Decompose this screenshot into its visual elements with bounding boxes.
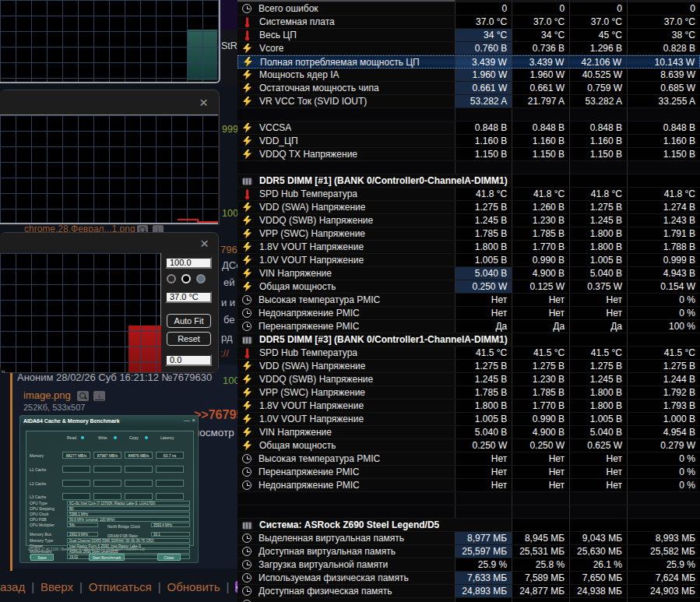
sensor-label: VPP (SWC) Напряжение (259, 228, 365, 239)
screenshot-stage: StRo 999 100 796 ДСе ей и и бе рд :// 10… (0, 0, 700, 602)
memory-dimm-icon (242, 178, 252, 185)
sensor-row[interactable]: VR VCC Ток (SVID IOUT)53.282 A21.797 A53… (237, 95, 700, 108)
voltage-power-icon (243, 57, 253, 67)
sensor-label: 1.0V VOUT Напряжение (259, 255, 364, 266)
download-icon[interactable]: ↓ (93, 391, 105, 401)
close-icon[interactable]: × (200, 238, 209, 249)
scale-min-input[interactable] (165, 354, 212, 366)
bg-link-fragment: :// (220, 347, 229, 359)
sensor-value: 3.439 W (455, 56, 512, 68)
sensor-row[interactable]: Доступная физическая память24,893 МБ24,8… (237, 585, 700, 598)
sensor-value: 8.639 W (627, 69, 700, 81)
sensor-row[interactable]: VDDQ TX Напряжение1.150 В1.150 В1.150 В1… (237, 148, 700, 161)
sensor-row[interactable]: Загрузка виртуальной памяти25.9 %25.8 %2… (237, 558, 700, 572)
aida-bench-label: L3 Cache (30, 495, 46, 499)
sensor-row[interactable]: VDD (SWA) Напряжение1.275 В1.275 В1.275 … (237, 360, 700, 373)
reply-post-link[interactable]: >>76795 (194, 408, 243, 422)
sensor-row[interactable]: Общая мощность0.250 W0.250 W0.625 W0.279… (237, 439, 700, 452)
sensor-table[interactable]: Всего ошибок0000Системная плата37.0 °C37… (237, 0, 700, 602)
nav-unsubscribe-link[interactable]: Отписаться (89, 580, 152, 593)
sensor-row[interactable]: VCCSA0.848 В0.848 В0.848 В0.848 В (237, 121, 700, 135)
aida64-thumbnail[interactable]: AIDA64 Cache & Memory Benchmark — × Read… (19, 415, 199, 563)
sensor-value: 0 (569, 2, 627, 15)
nav-up-link[interactable]: Вверх (40, 580, 73, 593)
close-icon[interactable]: × (199, 97, 208, 108)
counter-icon (242, 573, 252, 583)
radio-option-1[interactable] (167, 274, 176, 283)
current-value-input[interactable] (165, 291, 212, 303)
sensor-row[interactable]: Всего ошибок0000 (237, 2, 700, 16)
reset-button[interactable]: Reset (167, 332, 211, 346)
auto-fit-button[interactable]: Auto Fit (167, 314, 211, 328)
sensor-label: Остаточная мощность чипа (259, 83, 379, 93)
sensor-row[interactable]: SPD Hub Температура41.5 °C41.5 °C41.5 °C… (237, 347, 700, 360)
sensor-row[interactable]: VDDQ (SWB) Напряжение1.245 В1.230 В1.245… (237, 214, 700, 227)
sensor-row[interactable]: Весь ЦП34 °C34 °C45 °C38 °C (237, 29, 700, 42)
window-titlebar[interactable]: × (0, 233, 218, 253)
magnifier-icon[interactable] (77, 391, 89, 401)
sensor-row[interactable]: Общая мощность0.250 W0.125 W0.375 W0.154… (237, 280, 700, 294)
sensor-value: 0 (455, 2, 512, 15)
sensor-row[interactable]: VPP (SWC) Напряжение1.785 В1.785 В1.800 … (237, 227, 700, 241)
sensor-section-header[interactable]: DDR5 DIMM [#3] (BANK 0/Controller1-Chann… (237, 333, 700, 347)
aida-bench-row: L1 Cache (26, 466, 193, 474)
image-filename-link[interactable]: image.png (23, 389, 71, 401)
sensor-section-header[interactable]: DDR5 DIMM [#1] (BANK 0/Controller0-Chann… (237, 174, 700, 188)
voltage-power-icon (242, 428, 252, 438)
nav-refresh-link[interactable]: Обновить (167, 580, 220, 593)
sensor-value (627, 492, 700, 505)
sensor-row[interactable]: Недонапряжение PMICНетНетНет0 % (237, 479, 700, 492)
graph-plot-area (0, 114, 218, 224)
sensor-row[interactable]: SPD Hub Температура41.8 °C41.8 °C41.8 °C… (237, 188, 700, 201)
radio-option-2[interactable] (181, 274, 191, 283)
sensor-row[interactable]: Высокая температура PMICНетНетНет0 % (237, 452, 700, 466)
sensor-row[interactable]: VIN Напряжение5.040 В4.900 В5.040 В4.943… (237, 267, 700, 280)
bg-number-999: 999 (222, 124, 238, 135)
scale-max-input[interactable] (165, 257, 212, 269)
sensor-label: Доступная виртуальная память (259, 546, 396, 557)
sensor-label: Общая мощность (259, 440, 336, 451)
sensor-row[interactable]: 1.0V VOUT Напряжение1.005 В0.990 В1.005 … (237, 413, 700, 426)
sensor-row[interactable]: Недонапряжение PMICНетНетНет0 % (237, 307, 700, 320)
sensor-row[interactable]: Выделенная виртуальная память8,977 МБ8,9… (237, 532, 700, 545)
sensor-value: Да (512, 320, 569, 333)
sensor-row[interactable]: VPP (SWC) Напряжение1.785 В1.785 В1.800 … (237, 386, 700, 400)
sensor-row[interactable]: VDDQ (SWB) Напряжение1.245 В1.230 В1.245… (237, 373, 700, 386)
sensor-value: 1.785 В (512, 386, 569, 399)
sensor-row[interactable]: Доступная виртуальная память25,597 МБ25,… (237, 545, 700, 558)
sensor-row[interactable]: VIN Напряжение5.040 В4.900 В5.040 В4.954… (237, 426, 700, 439)
sensor-row[interactable] (237, 598, 700, 602)
sensor-row[interactable]: 1.8V VOUT Напряжение1.800 В1.770 В1.800 … (237, 241, 700, 254)
sensor-row[interactable]: VDD_ЦП1.160 В1.160 В1.160 В1.160 В (237, 135, 700, 148)
sensor-row[interactable]: Используемая физическая память7,633 МБ7,… (237, 572, 700, 585)
sensor-row[interactable]: Системная плата37.0 °C37.0 °C37.0 °C37.0… (237, 16, 700, 29)
aida-bench-value-box: 84876 MB/s (125, 452, 153, 459)
sensor-label: DDR5 DIMM [#1] (BANK 0/Controller0-Chann… (259, 175, 508, 186)
radio-option-3[interactable] (196, 274, 206, 283)
sensor-row[interactable]: Vcore0.760 В0.736 В1.296 В0.828 В (237, 42, 700, 55)
sensor-value: 41.8 °C (627, 188, 700, 200)
sensor-section-header[interactable]: Система: ASRock Z690 Steel Legend/D5 (237, 519, 700, 532)
aida-info-label: CPU Type (30, 501, 47, 505)
sensor-value: 1.245 В (569, 214, 627, 227)
sensor-row[interactable]: 1.8V VOUT Напряжение1.800 В1.770 В1.800 … (237, 400, 700, 413)
nav-back-link[interactable]: азад (0, 580, 25, 593)
sensor-row[interactable]: Высокая температура PMICНетНетНет0 % (237, 294, 700, 307)
sensor-row[interactable]: 1.0V VOUT Напряжение1.005 В0.990 В1.005 … (237, 254, 700, 267)
voltage-power-icon (242, 242, 252, 252)
sensor-row[interactable]: Перенапряжение PMICНетНетНет0 % (237, 466, 700, 479)
voltage-power-icon (242, 255, 252, 266)
sensor-row[interactable]: Остаточная мощность чипа0.661 W0.661 W0.… (237, 82, 700, 95)
sensor-value: 1.785 В (455, 386, 512, 399)
sensor-row[interactable]: Полная потребляемая мощность ЦП3.439 W3.… (237, 55, 700, 69)
sensor-gap-row (237, 505, 700, 519)
aida-info-row: CPU Type6C+8c Intel Core i7-13700K (Rapt… (26, 501, 193, 506)
sensor-row[interactable]: Перенапряжение PMICДаДаДа100 % (237, 320, 700, 333)
sensor-value: 7,589 МБ (512, 572, 569, 584)
sensor-row[interactable]: VDD (SWA) Напряжение1.275 В1.260 В1.275 … (237, 201, 700, 214)
voltage-power-icon (242, 414, 252, 424)
sensor-row[interactable]: Мощность ядер IA1.960 W1.960 W40.525 W8.… (237, 69, 700, 82)
window-titlebar[interactable]: × (0, 90, 219, 114)
aida-bench-value-box (62, 466, 90, 473)
separator: | (226, 580, 229, 593)
